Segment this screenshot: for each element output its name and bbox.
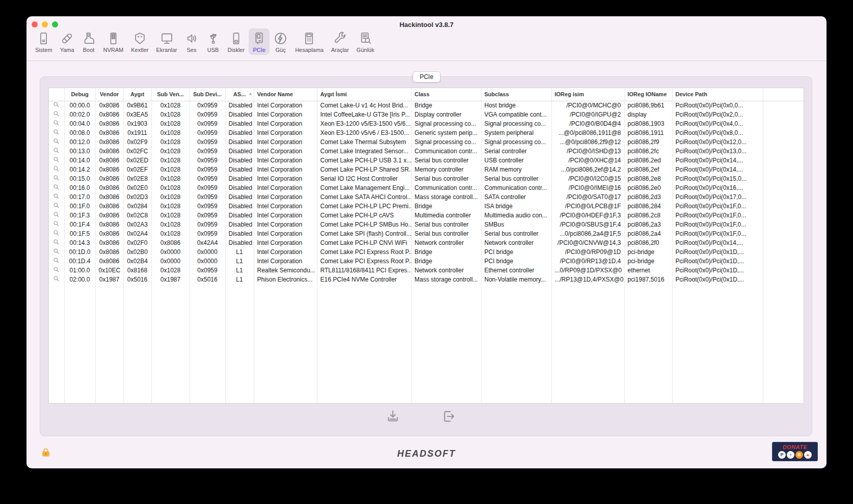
table-row[interactable]: 00:12.00x80860x02F90x10280x0959DisabledI… xyxy=(49,137,804,147)
cell-device_path: PciRoot(0x0)/Pci(0x12,0... xyxy=(672,137,763,147)
cell-ioreg_name: ...@0/pci8086,2f9@12 xyxy=(551,137,624,147)
cell-sub_device: 0x0959 xyxy=(190,165,225,174)
table-row[interactable]: 00:1D.00x80860x02B00x00000x0000L1Intel C… xyxy=(49,247,804,257)
toolbar-item-usb[interactable]: USB xyxy=(203,29,224,55)
toolbar-item-kexts[interactable]: Kextler xyxy=(127,29,152,55)
magnifier-icon[interactable] xyxy=(53,110,60,117)
column-header-vendor[interactable]: Vendor xyxy=(95,88,123,101)
table-row[interactable]: 00:1D.40x80860x02B40x00000x0000L1Intel C… xyxy=(49,257,804,266)
table-row[interactable]: 00:14.00x80860x02ED0x10280x0959DisabledI… xyxy=(49,156,804,165)
cell-subclass: SATA controller xyxy=(481,192,551,202)
toolbar-item-tools[interactable]: Araçlar xyxy=(328,29,353,55)
table-row[interactable]: 00:13.00x80860x02FC0x10280x0959DisabledI… xyxy=(49,147,804,156)
toolbar-item-patch[interactable]: Yama xyxy=(57,29,78,55)
magnifier-icon[interactable] xyxy=(53,156,60,163)
magnifier-icon[interactable] xyxy=(53,101,60,108)
cell-ioreg_name: /PCI0@0/CNVW@14,3 xyxy=(551,238,624,247)
toolbar-item-pcie[interactable]: PCIe xyxy=(249,29,270,55)
table-row[interactable]: 00:17.00x80860x02D30x10280x0959DisabledI… xyxy=(49,192,804,202)
empty-row xyxy=(49,321,804,330)
table-row[interactable]: 00:14.20x80860x02EF0x10280x0959DisabledI… xyxy=(49,165,804,174)
column-header-device_path[interactable]: Device Path xyxy=(672,88,763,101)
magnifier-icon[interactable] xyxy=(53,120,60,126)
table-row[interactable]: 02:00.00x19870x50160x19870x5016L1Phison … xyxy=(49,275,804,284)
donate-badge[interactable]: DONATE P♦B▲ xyxy=(772,442,818,461)
toolbar-item-power[interactable]: Güç xyxy=(270,29,291,55)
magnifier-icon[interactable] xyxy=(53,138,60,145)
import-button[interactable] xyxy=(385,409,401,426)
cell-filler xyxy=(763,192,804,202)
cell-filler xyxy=(763,275,804,284)
column-header-ioreg_name[interactable]: IOReg isim xyxy=(551,88,624,101)
cell-sub_device: 0x0959 xyxy=(190,156,225,165)
cell-subclass: ISA bridge xyxy=(481,202,551,211)
cell-vendor: 0x8086 xyxy=(95,165,123,174)
magnifier-icon[interactable] xyxy=(53,165,60,172)
empty-row xyxy=(49,376,804,385)
table-row[interactable]: 01:00.00x10EC0x81680x10280x0959L1Realtek… xyxy=(49,266,804,275)
table-row[interactable]: 00:08.00x80860x19110x10280x0959DisabledI… xyxy=(49,128,804,137)
magnifier-icon[interactable] xyxy=(53,266,60,273)
table-row[interactable]: 00:1F.40x80860x02A30x10280x0959DisabledI… xyxy=(49,220,804,229)
patch-icon xyxy=(60,31,74,46)
toolbar-item-boot[interactable]: Boot xyxy=(78,29,99,55)
toolbar-item-sound[interactable]: Ses xyxy=(181,29,202,55)
row-inspect-cell xyxy=(49,174,64,183)
tab-pcie[interactable]: PCIe xyxy=(413,71,441,82)
column-header-debug[interactable]: Debug xyxy=(64,88,95,101)
toolbar-item-system[interactable]: Sistem xyxy=(32,29,56,55)
magnifier-icon[interactable] xyxy=(53,193,60,200)
headsoft-logo: HEADSOFT xyxy=(26,449,827,459)
cell-filler xyxy=(763,211,804,220)
cell-device_path: PciRoot(0x0)/Pci(0x1D,... xyxy=(672,266,763,275)
cell-filler xyxy=(763,119,804,128)
magnifier-icon[interactable] xyxy=(53,175,60,181)
column-header-subclass[interactable]: Subclass xyxy=(481,88,551,101)
magnifier-icon[interactable] xyxy=(53,202,60,209)
toolbar-item-calculator[interactable]: Hesaplama xyxy=(291,29,327,55)
table-row[interactable]: 00:16.00x80860x02E00x10280x0959DisabledI… xyxy=(49,183,804,192)
magnifier-icon[interactable] xyxy=(53,147,60,154)
table-row[interactable]: 00:14.30x80860x02F00x80860x42A4DisabledI… xyxy=(49,238,804,247)
column-header-sub_device[interactable]: Sub Devi... xyxy=(190,88,225,101)
column-header-sub_vendor[interactable]: Sub Ven... xyxy=(151,88,190,101)
cell-subclass: Non-Volatile memory... xyxy=(481,275,551,284)
magnifier-icon[interactable] xyxy=(53,220,60,227)
magnifier-icon[interactable] xyxy=(53,184,60,190)
cell-device_name: Xeon E3-1200 v5/E3-1500 v5/6... xyxy=(317,119,411,128)
table-row[interactable]: 00:04.00x80860x19030x10280x0959DisabledI… xyxy=(49,119,804,128)
column-header-ioreg_ioname[interactable]: IOReg IOName xyxy=(624,88,672,101)
cell-subclass: Communication contr... xyxy=(481,183,551,192)
table-row[interactable]: 00:1F.50x80860x02A40x10280x0959DisabledI… xyxy=(49,229,804,238)
cell-sub_device: 0x0959 xyxy=(190,229,225,238)
column-header-vendor_name[interactable]: Vendor Name xyxy=(254,88,317,101)
cell-vendor: 0x8086 xyxy=(95,238,123,247)
cell-vendor: 0x8086 xyxy=(95,110,123,119)
table-row[interactable]: 00:15.00x80860x02E80x10280x0959DisabledI… xyxy=(49,174,804,183)
cell-device_path: PciRoot(0x0)/Pci(0x15,0... xyxy=(672,174,763,183)
table-row[interactable]: 00:00.00x80860x9B610x10280x0959DisabledI… xyxy=(49,101,804,110)
cell-sub_device: 0x0959 xyxy=(190,128,225,137)
magnifier-icon[interactable] xyxy=(53,211,60,218)
row-inspect-cell xyxy=(49,128,64,137)
column-header-aspm[interactable]: AS...∧ xyxy=(225,88,254,101)
column-header-class[interactable]: Class xyxy=(411,88,481,101)
column-header-device[interactable]: Aygıt xyxy=(123,88,151,101)
toolbar-item-displays[interactable]: Ekranlar xyxy=(153,29,181,55)
toolbar-item-nvram[interactable]: NVRAM xyxy=(100,29,127,55)
export-button[interactable] xyxy=(440,409,457,426)
table-row[interactable]: 00:1F.30x80860x02C80x10280x0959DisabledI… xyxy=(49,211,804,220)
toolbar-item-disks[interactable]: Diskler xyxy=(224,29,249,55)
table-row[interactable]: 00:1F.00x80860x02840x10280x0959DisabledI… xyxy=(49,202,804,211)
magnifier-icon[interactable] xyxy=(53,257,60,264)
magnifier-icon[interactable] xyxy=(53,275,60,282)
toolbar-item-log[interactable]: Günlük xyxy=(353,29,378,55)
magnifier-icon[interactable] xyxy=(53,239,60,245)
magnifier-icon[interactable] xyxy=(53,248,60,255)
magnifier-icon[interactable] xyxy=(53,230,60,236)
cell-device_path: PciRoot(0x0)/Pci(0x16,... xyxy=(672,183,763,192)
table-row[interactable]: 00:02.00x80860x3EA50x10280x0959DisabledI… xyxy=(49,110,804,119)
cell-debug: 00:16.0 xyxy=(64,183,95,192)
magnifier-icon[interactable] xyxy=(53,129,60,135)
column-header-device_name[interactable]: Aygıt İsmi xyxy=(317,88,411,101)
